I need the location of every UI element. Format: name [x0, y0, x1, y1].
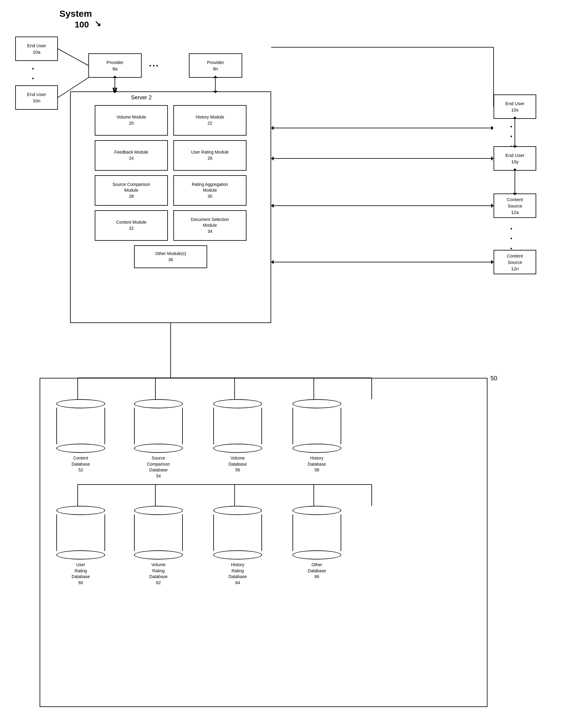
svg-marker-16 — [491, 156, 494, 161]
content-source-12n: ContentSource12n — [494, 250, 536, 274]
module-row-1: Volume Module20 History Module22 — [78, 105, 264, 136]
end-user-10y: End User10y — [494, 146, 536, 171]
other-modules-36: Other Module(s)36 — [134, 245, 207, 268]
svg-marker-20 — [271, 204, 273, 208]
history-rating-database-64: HistoryRatingDatabase64 — [210, 506, 265, 586]
server-label: Server 2 — [131, 95, 152, 101]
document-selection-module-34: Document SelectionModule34 — [174, 210, 246, 241]
content-database-52: ContentDatabase52 — [53, 399, 108, 473]
system-number: 100 — [75, 20, 89, 30]
svg-marker-22 — [491, 260, 494, 264]
history-module-22: History Module22 — [174, 105, 246, 136]
svg-marker-13 — [491, 126, 494, 130]
svg-marker-19 — [491, 204, 494, 208]
diagram: System 100 ↘ End User10a ••• End User10n… — [0, 0, 581, 728]
other-database-66: OtherDatabase66 — [289, 506, 344, 580]
feedback-module-24: Feedback Module24 — [95, 140, 168, 171]
svg-marker-17 — [271, 156, 273, 161]
svg-marker-14 — [271, 126, 273, 130]
module-row-5: Other Module(s)36 — [78, 245, 264, 268]
content-module-32: Content Module32 — [95, 210, 168, 241]
volume-module-20: Volume Module20 — [95, 105, 168, 136]
end-user-10a: End User10a — [15, 36, 58, 61]
db-section-label: 50 — [491, 375, 497, 382]
user-rating-database-60: UserRatingDatabase60 — [53, 506, 108, 586]
provider-8a: Provider8a — [88, 53, 142, 78]
volume-rating-database-62: VolumeRatingDatabase62 — [131, 506, 186, 586]
provider-dots: • • • — [149, 63, 158, 69]
rating-aggregation-module-30: Rating AggregationModule30 — [174, 175, 246, 206]
user-rating-module-26: User Rating Module26 — [174, 140, 246, 171]
modules-grid: Volume Module20 History Module22 Feedbac… — [78, 105, 264, 268]
svg-marker-23 — [271, 260, 273, 264]
system-title: System — [59, 8, 92, 19]
end-user-10x: End User10x — [494, 95, 536, 119]
content-source-12a: ContentSource12a — [494, 193, 536, 218]
svg-line-0 — [58, 49, 88, 66]
end-user-10n: End User10n — [15, 85, 58, 110]
module-row-4: Content Module32 Document SelectionModul… — [78, 210, 264, 241]
module-row-2: Feedback Module24 User Rating Module26 — [78, 140, 264, 171]
system-label: System — [59, 8, 92, 19]
provider-8n: Provider8n — [189, 53, 242, 78]
history-database-58: HistoryDatabase58 — [289, 399, 344, 473]
source-comparison-module-28: Source ComparisonModule28 — [95, 175, 168, 206]
module-row-3: Source ComparisonModule28 Rating Aggrega… — [78, 175, 264, 206]
dots-right-content: ••• — [510, 224, 512, 254]
source-comparison-database-54: SourceComparisonDatabase54 — [131, 399, 186, 479]
system-arrow: ↘ — [95, 19, 101, 28]
volume-database-56: VolumeDatabase56 — [210, 399, 265, 473]
